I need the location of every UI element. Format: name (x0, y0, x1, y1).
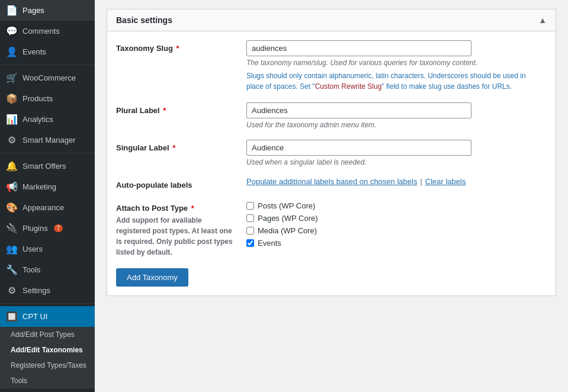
content-area: Basic settings ▲ Taxonomy Slug * The tax… (95, 0, 568, 314)
events-icon: 👤 (6, 46, 18, 57)
sidebar-sub-registered-types-taxes[interactable]: Registered Types/Taxes (0, 358, 95, 373)
basic-settings-panel: Basic settings ▲ Taxonomy Slug * The tax… (107, 9, 556, 296)
plural-label-row: Plural Label * Used for the taxonomy adm… (116, 102, 547, 129)
tools-icon: 🔧 (6, 264, 18, 275)
post-type-events-checkbox[interactable] (246, 239, 254, 247)
sidebar-item-woocommerce[interactable]: 🛒 WooCommerce (0, 68, 95, 88)
custom-rewrite-slug-link: Custom Rewrite Slug (315, 82, 382, 91)
sidebar-item-pages[interactable]: 📄 Pages (0, 0, 95, 21)
attach-post-type-control: Posts (WP Core) Pages (WP Core) Media (W… (246, 200, 547, 251)
plural-required-star: * (163, 106, 166, 115)
cpt-ui-icon: 🔲 (6, 311, 18, 322)
panel-body: Taxonomy Slug * The taxonomy name/slug. … (107, 31, 556, 295)
main-content: Basic settings ▲ Taxonomy Slug * The tax… (95, 0, 568, 392)
required-star: * (176, 44, 179, 53)
post-type-media-label[interactable]: Media (WP Core) (246, 226, 547, 235)
panel-header: Basic settings ▲ (107, 9, 556, 31)
singular-label-input[interactable] (246, 140, 471, 156)
post-type-pages-checkbox[interactable] (246, 214, 254, 222)
smart-manager-icon: ⚙ (6, 134, 18, 146)
plugins-icon: 🔌 (6, 223, 18, 234)
users-icon: 👥 (6, 243, 18, 255)
clear-labels-button[interactable]: Clear labels (425, 177, 466, 186)
comments-icon: 💬 (6, 25, 18, 37)
taxonomy-slug-label: Taxonomy Slug * (116, 40, 246, 53)
settings-icon: ⚙ (6, 285, 18, 296)
sidebar-item-cpt-ui[interactable]: 🔲 CPT UI (0, 306, 95, 327)
panel-title: Basic settings (116, 15, 172, 25)
post-type-pages-text: Pages (WP Core) (258, 214, 318, 223)
sidebar-item-tools[interactable]: 🔧 Tools (0, 259, 95, 280)
add-taxonomy-button[interactable]: Add Taxonomy (116, 268, 188, 287)
singular-required-star: * (172, 143, 175, 152)
sidebar-sub-tools[interactable]: Tools (0, 373, 95, 388)
smart-offers-icon: 🔔 (6, 160, 18, 172)
sidebar-item-marketing[interactable]: 📢 Marketing (0, 176, 95, 197)
form-actions: Add Taxonomy (116, 268, 547, 287)
auto-populate-label: Auto-populate labels (116, 177, 246, 189)
sidebar: 📄 Pages 💬 Comments 👤 Events 🛒 WooCommerc… (0, 0, 95, 392)
sidebar-item-events[interactable]: 👤 Events (0, 41, 95, 62)
singular-label-row: Singular Label * Used when a singular la… (116, 140, 547, 166)
taxonomy-slug-hint: The taxonomy name/slug. Used for various… (246, 59, 543, 67)
post-type-events-text: Events (258, 239, 281, 248)
sidebar-item-plugins[interactable]: 🔌 Plugins 7 (0, 218, 95, 239)
plugins-badge: 7 (54, 224, 63, 232)
attach-post-type-desc: Add support for available registered pos… (116, 215, 235, 258)
appearance-icon: 🎨 (6, 202, 18, 213)
attach-post-type-row: Attach to Post Type * Add support for av… (116, 200, 547, 258)
post-type-media-text: Media (WP Core) (258, 226, 317, 235)
analytics-icon: 📊 (6, 114, 18, 125)
singular-label-label: Singular Label * (116, 140, 246, 152)
auto-populate-control: Populate additional labels based on chos… (246, 177, 547, 186)
sidebar-item-smart-manager[interactable]: ⚙ Smart Manager (0, 130, 95, 150)
products-icon: 📦 (6, 93, 18, 104)
post-type-events-label[interactable]: Events (246, 239, 547, 248)
singular-label-control: Used when a singular label is needed. (246, 140, 547, 166)
plural-label-hint: Used for the taxonomy admin menu item. (246, 121, 543, 129)
panel-collapse-button[interactable]: ▲ (538, 15, 547, 25)
auto-populate-separator: | (420, 177, 422, 186)
sidebar-item-analytics[interactable]: 📊 Analytics (0, 109, 95, 130)
post-type-media-checkbox[interactable] (246, 227, 254, 234)
plural-label-input[interactable] (246, 102, 471, 118)
taxonomy-slug-row: Taxonomy Slug * The taxonomy name/slug. … (116, 40, 547, 92)
auto-populate-row: Auto-populate labels Populate additional… (116, 177, 547, 189)
sidebar-sub-add-edit-taxonomies[interactable]: Add/Edit Taxonomies (0, 342, 95, 358)
sidebar-item-appearance[interactable]: 🎨 Appearance (0, 197, 95, 218)
attach-required-star: * (191, 204, 194, 213)
post-type-pages-label[interactable]: Pages (WP Core) (246, 214, 547, 223)
taxonomy-slug-control: The taxonomy name/slug. Used for various… (246, 40, 547, 92)
post-type-posts-checkbox[interactable] (246, 202, 254, 210)
pages-icon: 📄 (6, 5, 18, 16)
taxonomy-slug-note: Slugs should only contain alphanumeric, … (246, 70, 543, 92)
plural-label-label: Plural Label * (116, 102, 246, 115)
sidebar-item-smart-offers[interactable]: 🔔 Smart Offers (0, 156, 95, 176)
singular-label-hint: Used when a singular label is needed. (246, 158, 543, 166)
attach-post-type-label: Attach to Post Type * Add support for av… (116, 200, 246, 258)
woocommerce-icon: 🛒 (6, 72, 18, 83)
sidebar-item-users[interactable]: 👥 Users (0, 239, 95, 259)
plural-label-control: Used for the taxonomy admin menu item. (246, 102, 547, 129)
post-type-posts-text: Posts (WP Core) (258, 201, 315, 210)
sidebar-item-products[interactable]: 📦 Products (0, 88, 95, 109)
marketing-icon: 📢 (6, 181, 18, 192)
sidebar-item-comments[interactable]: 💬 Comments (0, 21, 95, 41)
sidebar-cpt-sub: Add/Edit Post Types Add/Edit Taxonomies … (0, 327, 95, 388)
sidebar-item-settings[interactable]: ⚙ Settings (0, 280, 95, 301)
sidebar-sub-add-edit-post-types[interactable]: Add/Edit Post Types (0, 327, 95, 342)
populate-labels-button[interactable]: Populate additional labels based on chos… (246, 177, 417, 186)
post-type-posts-label[interactable]: Posts (WP Core) (246, 201, 547, 210)
taxonomy-slug-input[interactable] (246, 40, 471, 56)
